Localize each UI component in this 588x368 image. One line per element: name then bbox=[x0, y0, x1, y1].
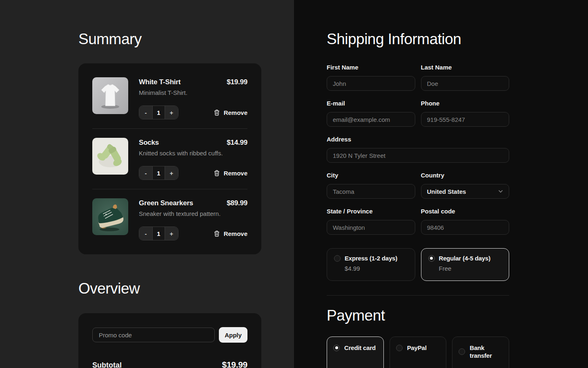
product-description: Knitted socks with ribbed cuffs. bbox=[139, 150, 247, 157]
first-name-input[interactable] bbox=[327, 76, 415, 91]
quantity-stepper: - 1 + bbox=[139, 166, 178, 180]
qty-decrease-button[interactable]: - bbox=[139, 227, 152, 240]
section-divider bbox=[327, 295, 509, 296]
postal-code-label: Postal code bbox=[421, 208, 510, 215]
product-title: Socks bbox=[139, 139, 159, 147]
remove-button[interactable]: Remove bbox=[214, 230, 247, 237]
remove-label: Remove bbox=[224, 230, 247, 237]
qty-increase-button[interactable]: + bbox=[165, 106, 178, 119]
qty-value: 1 bbox=[152, 227, 165, 240]
product-image-sneakers bbox=[92, 198, 128, 235]
product-image-socks bbox=[92, 138, 128, 175]
cart-card: White T-Shirt $19.99 Minimalist T-Shirt.… bbox=[78, 63, 261, 254]
remove-button[interactable]: Remove bbox=[214, 170, 247, 177]
shipping-option-label: Express (1-2 days) bbox=[345, 255, 397, 262]
remove-button[interactable]: Remove bbox=[214, 109, 247, 116]
overview-card: Apply Subtotal $19.99 bbox=[78, 313, 261, 368]
shipping-option-express[interactable]: Express (1-2 days) $4.99 bbox=[327, 248, 415, 281]
payment-method-label: Bank transfer bbox=[470, 344, 503, 359]
product-description: Sneaker with textured pattern. bbox=[139, 210, 247, 217]
qty-decrease-button[interactable]: - bbox=[139, 106, 152, 119]
remove-label: Remove bbox=[224, 109, 247, 116]
qty-decrease-button[interactable]: - bbox=[139, 166, 152, 180]
payment-methods: Credit card PayPal Bank transfer bbox=[327, 337, 509, 368]
qty-increase-button[interactable]: + bbox=[165, 227, 178, 240]
product-title: Green Snearkers bbox=[139, 199, 193, 207]
payment-method-paypal[interactable]: PayPal bbox=[390, 337, 447, 368]
qty-increase-button[interactable]: + bbox=[165, 166, 178, 180]
subtotal-value: $19.99 bbox=[222, 360, 247, 368]
shipping-panel: Shipping Information First Name Last Nam… bbox=[294, 0, 588, 368]
shipping-option-price: Free bbox=[439, 265, 502, 272]
promo-code-input[interactable] bbox=[92, 328, 215, 342]
apply-button[interactable]: Apply bbox=[219, 327, 247, 343]
last-name-input[interactable] bbox=[421, 76, 510, 91]
qty-value: 1 bbox=[152, 166, 165, 180]
trash-icon bbox=[214, 170, 220, 177]
state-label: State / Province bbox=[327, 208, 415, 215]
summary-title: Summary bbox=[78, 30, 261, 48]
phone-input[interactable] bbox=[421, 112, 510, 127]
country-label: Country bbox=[421, 172, 510, 179]
shipping-form: First Name Last Name E-mail Phone bbox=[327, 64, 509, 368]
phone-label: Phone bbox=[421, 100, 510, 107]
shipping-option-label: Regular (4-5 days) bbox=[439, 255, 490, 262]
remove-label: Remove bbox=[224, 170, 247, 177]
quantity-stepper: - 1 + bbox=[139, 105, 178, 119]
cart-item-sneakers: Green Snearkers $89.99 Sneaker with text… bbox=[92, 198, 247, 240]
email-label: E-mail bbox=[327, 100, 415, 107]
chevron-down-icon bbox=[498, 190, 503, 193]
radio-icon[interactable] bbox=[459, 348, 465, 355]
city-input[interactable] bbox=[327, 184, 415, 199]
shipping-title: Shipping Information bbox=[327, 30, 509, 48]
last-name-label: Last Name bbox=[421, 64, 510, 71]
product-price: $89.99 bbox=[227, 199, 247, 207]
product-price: $14.99 bbox=[227, 139, 247, 147]
item-divider bbox=[92, 128, 247, 129]
payment-method-label: Credit card bbox=[344, 344, 376, 352]
payment-method-credit-card[interactable]: Credit card bbox=[327, 337, 384, 368]
product-title: White T-Shirt bbox=[139, 78, 180, 86]
payment-title: Payment bbox=[327, 307, 509, 325]
radio-icon[interactable] bbox=[333, 345, 340, 351]
shipping-options: Express (1-2 days) $4.99 Regular (4-5 da… bbox=[327, 248, 509, 281]
country-select[interactable]: United States bbox=[421, 184, 510, 199]
product-price: $19.99 bbox=[227, 78, 247, 86]
state-input[interactable] bbox=[327, 220, 415, 235]
qty-value: 1 bbox=[152, 106, 165, 119]
cart-item-white-tshirt: White T-Shirt $19.99 Minimalist T-Shirt.… bbox=[92, 77, 247, 119]
product-image-white-tshirt bbox=[92, 77, 128, 114]
payment-method-label: PayPal bbox=[407, 344, 427, 352]
email-input[interactable] bbox=[327, 112, 415, 127]
cart-item-socks: Socks $14.99 Knitted socks with ribbed c… bbox=[92, 138, 247, 180]
radio-icon[interactable] bbox=[396, 345, 403, 351]
quantity-stepper: - 1 + bbox=[139, 227, 178, 240]
country-value: United States bbox=[427, 188, 466, 195]
checkout-page: Summary bbox=[0, 0, 588, 368]
postal-code-input[interactable] bbox=[421, 220, 510, 235]
shipping-option-price: $4.99 bbox=[345, 265, 408, 272]
subtotal-label: Subtotal bbox=[92, 361, 122, 368]
trash-icon bbox=[214, 109, 220, 116]
city-label: City bbox=[327, 172, 415, 179]
address-input[interactable] bbox=[327, 148, 509, 163]
overview-title: Overview bbox=[78, 280, 261, 298]
address-label: Address bbox=[327, 136, 509, 143]
radio-icon[interactable] bbox=[428, 255, 435, 262]
payment-method-bank-transfer[interactable]: Bank transfer bbox=[452, 337, 509, 368]
product-description: Minimalist T-Shirt. bbox=[139, 89, 247, 96]
trash-icon bbox=[214, 230, 220, 237]
first-name-label: First Name bbox=[327, 64, 415, 71]
summary-panel: Summary bbox=[0, 0, 294, 368]
shipping-option-regular[interactable]: Regular (4-5 days) Free bbox=[421, 248, 510, 281]
item-divider bbox=[92, 189, 247, 189]
radio-icon[interactable] bbox=[334, 255, 341, 262]
